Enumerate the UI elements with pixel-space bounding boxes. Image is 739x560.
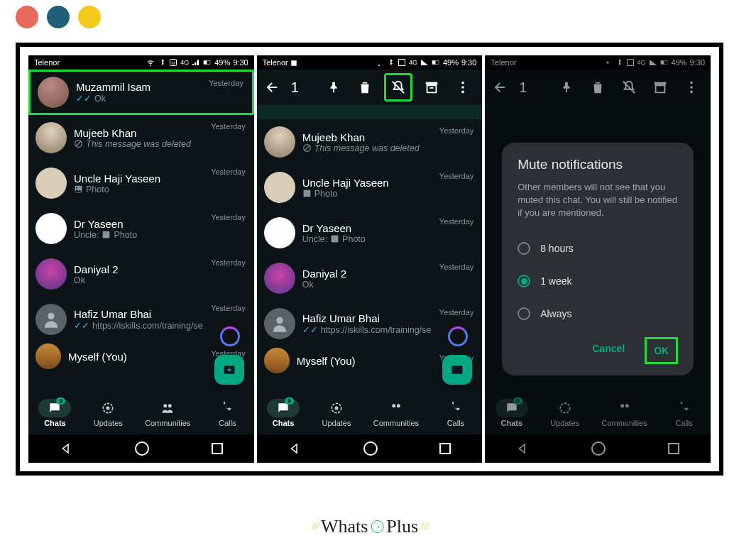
back-icon[interactable] <box>492 79 508 95</box>
plus-icon <box>222 363 236 377</box>
svg-rect-36 <box>661 61 664 65</box>
avatar[interactable] <box>264 126 295 158</box>
avatar[interactable] <box>35 122 67 153</box>
signal-icon <box>649 58 657 67</box>
nav-communities[interactable]: Communities <box>373 399 419 427</box>
unread-badge: 9 <box>56 397 65 405</box>
nav-updates[interactable]: Updates <box>549 399 581 427</box>
browser-dots <box>16 6 101 28</box>
chat-time: Yesterday <box>439 126 474 135</box>
read-ticks-icon: ✓✓ <box>76 93 92 104</box>
nav-calls[interactable]: Calls <box>211 399 243 427</box>
avatar[interactable] <box>264 308 295 339</box>
chat-time: Yesterday <box>439 308 474 317</box>
avatar[interactable] <box>264 348 290 373</box>
chat-preview: Ok <box>74 275 85 285</box>
nav-label: Communities <box>145 419 190 427</box>
svg-point-41 <box>560 403 569 412</box>
nav-updates[interactable]: Updates <box>92 399 124 427</box>
new-chat-fab[interactable] <box>442 355 472 385</box>
radio-always[interactable]: Always <box>518 297 678 330</box>
chat-sender: Uncle: <box>302 234 327 244</box>
overflow-button[interactable] <box>679 75 704 99</box>
chat-row-mujeeb[interactable]: Mujeeb Khan This message was deleted Yes… <box>28 115 254 160</box>
back-nav-icon[interactable] <box>516 442 529 455</box>
chat-time: Yesterday <box>211 213 246 221</box>
chat-preview: Ok <box>94 94 106 104</box>
more-icon <box>684 79 699 95</box>
mute-button[interactable] <box>617 75 641 99</box>
cancel-button[interactable]: Cancel <box>585 337 632 364</box>
avatar[interactable] <box>264 263 295 294</box>
svg-point-30 <box>334 407 338 410</box>
delete-button[interactable] <box>353 75 377 99</box>
nfc-icon: N <box>169 58 177 67</box>
back-nav-icon[interactable] <box>288 442 301 455</box>
recent-nav-icon[interactable] <box>212 443 223 454</box>
svg-rect-18 <box>432 61 436 65</box>
back-icon[interactable] <box>264 79 280 95</box>
home-nav-icon[interactable] <box>591 441 606 456</box>
nav-calls[interactable]: Calls <box>439 399 472 427</box>
chat-row-mujeeb[interactable]: Mujeeb KhanThis message was deleted Yest… <box>257 119 483 165</box>
avatar[interactable] <box>35 258 67 290</box>
svg-rect-15 <box>291 60 297 66</box>
mute-button[interactable] <box>384 73 412 101</box>
chat-row-daniyal[interactable]: Daniyal 2 Ok Yesterday <box>28 251 254 297</box>
chat-time: Yesterday <box>211 168 246 176</box>
radio-icon <box>518 307 530 320</box>
chat-row-dr-yaseen[interactable]: Dr YaseenUncle:Photo Yesterday <box>257 210 483 256</box>
delete-button[interactable] <box>586 75 610 99</box>
chat-list[interactable]: Mujeeb KhanThis message was deleted Yest… <box>257 105 483 392</box>
home-nav-icon[interactable] <box>135 441 149 456</box>
nav-chats[interactable]: 9Chats <box>496 399 528 427</box>
nav-communities[interactable]: Communities <box>601 399 647 427</box>
avatar[interactable] <box>38 77 69 108</box>
chat-row-uncle-haji[interactable]: Uncle Haji Yaseen Photo Yesterday <box>28 160 254 206</box>
ok-button[interactable]: OK <box>645 337 678 364</box>
blocked-icon <box>302 143 312 153</box>
home-nav-icon[interactable] <box>363 441 378 456</box>
new-chat-fab[interactable] <box>214 355 244 385</box>
nav-updates[interactable]: Updates <box>320 399 353 427</box>
recent-nav-icon[interactable] <box>439 443 451 454</box>
ring-widget[interactable] <box>445 324 471 349</box>
chat-row-selected-strip[interactable] <box>257 105 483 119</box>
chat-preview: https://iskills.com/training/se <box>321 325 432 335</box>
image-icon <box>290 60 297 67</box>
svg-rect-16 <box>398 60 405 66</box>
archive-button[interactable] <box>420 75 444 99</box>
recent-nav-icon[interactable] <box>668 443 679 454</box>
nav-communities[interactable]: Communities <box>145 399 190 427</box>
avatar[interactable] <box>264 172 295 203</box>
ring-widget[interactable] <box>217 324 243 349</box>
avatar[interactable] <box>35 213 67 244</box>
chat-row-muzammil[interactable]: Muzammil Isam ✓✓Ok Yesterday <box>28 70 254 115</box>
radio-label: 1 week <box>540 275 571 287</box>
avatar[interactable] <box>35 304 67 335</box>
status-bar: Telenor 4G 49% 9:30 <box>485 55 711 70</box>
avatar[interactable] <box>264 217 295 248</box>
bluetooth-icon <box>386 58 395 67</box>
back-nav-icon[interactable] <box>60 442 72 455</box>
nav-chats[interactable]: 9 Chats <box>38 399 71 427</box>
nfc-icon <box>626 58 635 67</box>
blocked-icon <box>74 139 83 148</box>
avatar[interactable] <box>35 168 67 199</box>
chat-row-dr-yaseen[interactable]: Dr Yaseen Uncle:Photo Yesterday <box>28 206 254 251</box>
pin-button[interactable] <box>554 75 579 99</box>
radio-1-week[interactable]: 1 week <box>518 265 678 297</box>
pin-button[interactable] <box>322 75 346 99</box>
nav-label: Chats <box>273 419 295 427</box>
chat-row-daniyal[interactable]: Daniyal 2Ok Yesterday <box>257 256 483 301</box>
chat-row-uncle-haji[interactable]: Uncle Haji YaseenPhoto Yesterday <box>257 165 483 210</box>
nav-chats[interactable]: 9Chats <box>267 399 300 427</box>
avatar[interactable] <box>35 344 61 369</box>
archive-button[interactable] <box>648 75 672 99</box>
nav-calls[interactable]: Calls <box>668 399 701 427</box>
overflow-button[interactable] <box>451 75 475 99</box>
svg-point-33 <box>606 62 608 64</box>
read-ticks-icon: ✓✓ <box>74 320 89 331</box>
radio-8-hours[interactable]: 8 hours <box>518 232 678 265</box>
status-bar: Telenor N 4G 49% 9:30 <box>28 55 254 70</box>
